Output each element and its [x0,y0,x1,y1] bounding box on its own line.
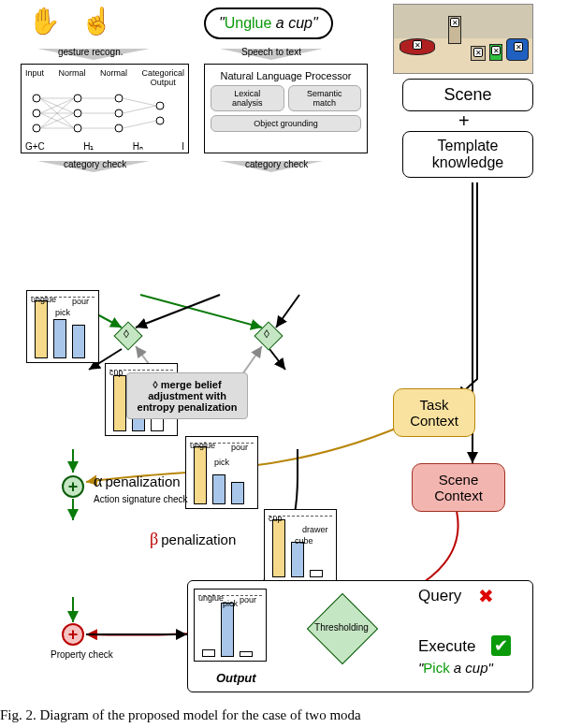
chart-final-actions: unglue pick pour [194,589,267,662]
svg-point-7 [115,109,123,117]
diamond-sym-1: ◊ [124,328,129,341]
nn-hn: Hₙ [133,141,143,152]
chart-gesture-actions: unglue pick pour [26,290,99,363]
nn-col-out: Categorical Output [141,68,184,87]
merge-note: ◊ merge belief adjustment with entropy p… [126,372,248,419]
nlp-grounding: Object grounding [211,115,361,132]
speech-rest: a cup [271,15,313,31]
svg-point-9 [156,102,164,109]
execute-phrase: "Pick a cup" [418,660,493,676]
nn-col-normal1: Normal [59,68,86,87]
nn-col-input: Input [25,68,44,87]
task-context-box: Task Context [393,388,475,437]
nn-panel: Input Normal Normal Categorical Output G… [21,64,189,153]
execute-rest: a cup [450,660,488,676]
nlp-panel: Natural Language Processor Lexical analy… [204,64,368,153]
execute-label: Execute [418,637,475,656]
nlp-lexical: Lexical analysis [211,85,284,111]
beta-label: β penalization [150,530,236,549]
nlp-semantic: Semantic match [288,85,362,111]
gesture-icon-point: ☝ [80,7,113,36]
svg-line-25 [123,121,156,128]
template-box: Template knowledge [402,131,533,178]
query-x-icon: ✖ [478,585,494,607]
svg-point-0 [33,95,40,102]
chart-nlp-objects: cup drawer cube [264,509,337,582]
catcheck-label-right: category check [245,159,308,169]
svg-point-5 [74,124,81,132]
beta-sym: β [150,530,158,548]
gesture-icons-area: ✋ ☝ [28,6,178,43]
nn-col-normal2: Normal [100,68,127,87]
svg-point-8 [115,124,123,132]
alpha-penal: penalization [106,473,181,489]
svg-point-10 [156,117,164,124]
beta-check: Property check [51,649,113,660]
nn-gc: G+C [25,141,45,152]
nlp-title: Natural Language Processor [211,70,361,81]
svg-point-2 [33,124,40,132]
plus-text: + [458,110,470,132]
beta-plus-node: + [62,623,84,646]
svg-point-4 [74,109,81,117]
gesture-icon-asl: ✋ [28,7,61,36]
svg-point-1 [33,109,40,117]
thresholding-label: Thresholding [308,622,375,633]
alpha-label: α penalization [94,472,181,491]
execute-verb: Pick [423,660,449,676]
catcheck-label-left: category check [64,159,126,169]
nn-h1: H₁ [83,141,94,152]
alpha-plus-node: + [62,475,84,498]
alpha-check: Action signature check [94,494,188,504]
beta-penal: penalization [161,531,236,547]
nn-diagram-icon [25,87,184,139]
scene-image: ✕ ✕ ✕ ✕ ✕ [393,4,533,74]
gesture-recogn-label: gesture recogn. [58,47,124,57]
output-title: Output [216,671,256,685]
alpha-sym: α [94,472,102,490]
svg-point-6 [115,95,123,102]
svg-line-23 [123,98,156,106]
figure-caption: Fig. 2. Diagram of the proposed model fo… [0,707,567,723]
speech2text-label: Speech to text [241,47,301,57]
scene-box: Scene [402,79,533,111]
speech-verb: Unglue [225,15,272,31]
diamond-sym-2: ◊ [264,328,269,341]
output-panel: unglue pick pour Thresholding Query ✖ Ex… [187,580,533,692]
speech-bubble: "Unglue a cup" [204,7,333,39]
chart-nlp-actions: unglue pick pour [185,436,258,509]
svg-point-3 [74,95,81,102]
query-label: Query [418,587,461,605]
svg-line-24 [123,106,156,113]
scene-context-box: Scene Context [412,463,505,512]
execute-check-icon: ✔ [491,635,511,656]
nn-i: I [182,141,184,152]
